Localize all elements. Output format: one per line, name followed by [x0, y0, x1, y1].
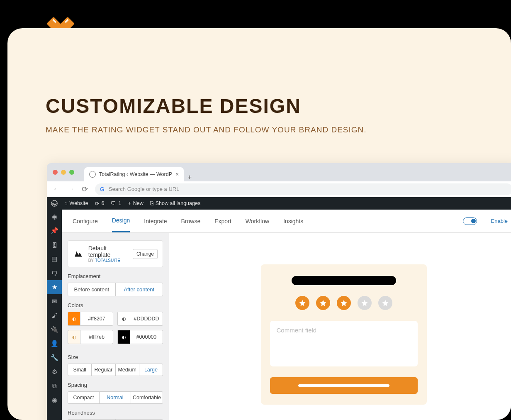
star-4[interactable]: [358, 296, 372, 310]
window-controls: [53, 163, 84, 181]
template-author[interactable]: TOTALSUITE: [95, 258, 120, 263]
color-background-value: #fff7eb: [80, 330, 113, 344]
reload-icon[interactable]: ⟳: [81, 185, 88, 194]
languages-label: Show all languages: [156, 200, 200, 206]
color-primary-value: #ff8207: [80, 312, 113, 326]
star-3[interactable]: [337, 296, 351, 310]
tab-browse[interactable]: Browse: [181, 210, 201, 232]
media-icon[interactable]: 🎛: [47, 238, 62, 252]
star-5[interactable]: [378, 296, 392, 310]
site-name: Website: [70, 200, 88, 206]
template-icon: [73, 248, 84, 260]
pin-icon[interactable]: 📌: [47, 224, 62, 238]
star-1[interactable]: [295, 296, 309, 310]
new-tab-button[interactable]: +: [184, 173, 195, 181]
browser-toolbar: ← → ⟳ G Search Google or type a URL: [47, 181, 511, 197]
star-2[interactable]: [316, 296, 330, 310]
url-input[interactable]: G Search Google or type a URL: [95, 183, 511, 195]
wp-logo-icon[interactable]: [51, 200, 58, 207]
mail-icon[interactable]: ✉: [47, 294, 62, 308]
tab-configure[interactable]: Configure: [73, 210, 98, 232]
size-small[interactable]: Small: [68, 364, 91, 376]
color-secondary-value: #DDDDDD: [130, 312, 163, 326]
tab-integrate[interactable]: Integrate: [144, 210, 167, 232]
tab-design[interactable]: Design: [112, 210, 130, 232]
spacing-label: Spacing: [68, 382, 163, 388]
design-panel: Default template BY TOTALSUITE Change Em…: [62, 233, 169, 420]
browser-tabbar: TotalRating ‹ Website — WordP × +: [47, 163, 511, 181]
updates-link[interactable]: ⟳ 6: [95, 200, 105, 207]
browser-window: TotalRating ‹ Website — WordP × + ← → ⟳ …: [47, 163, 511, 420]
size-group: Small Regular Medium Large: [68, 364, 163, 376]
home-icon: ⌂: [64, 200, 68, 206]
spacing-group: Compact Normal Comfortable: [68, 391, 163, 404]
wp-sidebar: ◉ 📌 🎛 ▤ 🗨 ★ ✉ 🖌 🔌 👤 🔧 ⚙ ⧉ ◉: [47, 210, 62, 420]
color-text[interactable]: ◐ #000000: [117, 330, 163, 344]
preview-submit-button[interactable]: [270, 377, 418, 394]
preview-title-placeholder: [292, 276, 396, 285]
preview-comment-input[interactable]: Comment field: [270, 321, 418, 366]
new-label: New: [133, 200, 144, 206]
comments-link[interactable]: 🗨 1: [111, 200, 121, 206]
spacing-comfortable[interactable]: Comfortable: [131, 392, 163, 403]
new-link[interactable]: + New: [128, 200, 143, 206]
template-card: Default template BY TOTALSUITE Change: [68, 240, 163, 267]
forward-icon[interactable]: →: [67, 185, 74, 193]
tab-insights[interactable]: Insights: [283, 210, 303, 232]
roundness-label: Roundness: [68, 410, 163, 416]
settings-icon[interactable]: ⚙: [47, 365, 62, 379]
tab-workflow[interactable]: Workflow: [246, 210, 269, 232]
tools-icon[interactable]: 🔧: [47, 351, 62, 365]
dashboard-icon[interactable]: ◉: [47, 210, 62, 224]
color-primary[interactable]: ◐ #ff8207: [68, 312, 113, 326]
colors-label: Colors: [68, 302, 163, 308]
site-link[interactable]: ⌂ Website: [64, 200, 88, 206]
plus-icon: +: [128, 200, 131, 206]
preview-area: Comment field: [169, 233, 511, 420]
comment-icon: 🗨: [111, 200, 116, 206]
hero-subtitle: MAKE THE RATING WIDGET STAND OUT AND FOL…: [46, 125, 367, 134]
rating-nav-icon[interactable]: ★: [47, 280, 62, 294]
enable-toggle[interactable]: [463, 217, 477, 225]
back-icon[interactable]: ←: [53, 185, 60, 193]
comments-nav-icon[interactable]: 🗨: [47, 266, 62, 280]
change-template-button[interactable]: Change: [133, 249, 158, 259]
wp-admin-bar: ⌂ Website ⟳ 6 🗨 1 + New ⎘ Show all langu…: [47, 197, 511, 210]
color-background[interactable]: ◐ #fff7eb: [68, 330, 113, 344]
languages-link[interactable]: ⎘ Show all languages: [150, 200, 200, 206]
minimize-window-icon[interactable]: [61, 170, 66, 175]
users-icon[interactable]: 👤: [47, 337, 62, 351]
translate-icon: ⎘: [150, 200, 153, 206]
template-by-label: BY: [88, 258, 94, 263]
size-large[interactable]: Large: [139, 364, 163, 376]
preview-submit-label-placeholder: [298, 384, 389, 387]
page-tabs: Configure Design Integrate Browse Export…: [62, 210, 511, 233]
browser-tab[interactable]: TotalRating ‹ Website — WordP ×: [84, 167, 184, 181]
close-tab-icon[interactable]: ×: [175, 171, 179, 177]
emplacement-after[interactable]: After content: [115, 283, 163, 296]
pages-icon[interactable]: ▤: [47, 252, 62, 266]
spacing-compact[interactable]: Compact: [68, 392, 99, 403]
enable-label: Enable: [491, 218, 508, 224]
emplacement-before[interactable]: Before content: [68, 283, 115, 296]
rating-widget-preview: Comment field: [261, 264, 427, 405]
spacing-normal[interactable]: Normal: [99, 392, 131, 403]
tab-title: TotalRating ‹ Website — WordP: [99, 171, 172, 177]
plugins-icon[interactable]: 🔌: [47, 322, 62, 337]
size-regular[interactable]: Regular: [91, 364, 115, 376]
hero-title: CUSTOMIZABLE DESIGN: [46, 95, 301, 117]
appearance-icon[interactable]: 🖌: [47, 308, 62, 322]
play-icon[interactable]: ◉: [47, 393, 62, 407]
size-medium[interactable]: Medium: [115, 364, 139, 376]
collapse-icon[interactable]: ⧉: [47, 379, 62, 393]
emplacement-label: Emplacement: [68, 273, 163, 279]
color-secondary[interactable]: ◐ #DDDDDD: [117, 312, 163, 326]
tab-export[interactable]: Export: [214, 210, 231, 232]
close-window-icon[interactable]: [53, 170, 58, 175]
color-text-value: #000000: [130, 330, 163, 344]
maximize-window-icon[interactable]: [69, 170, 74, 175]
globe-icon: [89, 171, 96, 178]
updates-count: 6: [102, 200, 105, 206]
emplacement-group: Before content After content: [68, 283, 163, 296]
google-icon: G: [100, 186, 105, 193]
